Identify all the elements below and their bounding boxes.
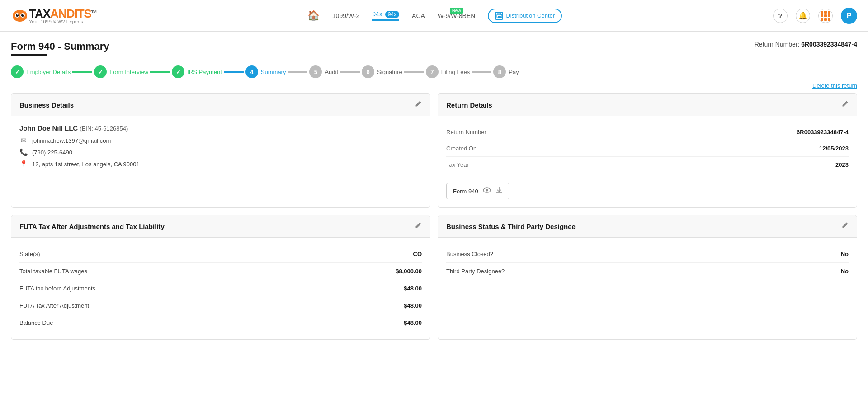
svg-point-3	[16, 14, 19, 17]
return-details-edit-icon[interactable]	[841, 100, 849, 109]
futa-title: FUTA Tax After Adjustments and Tax Liabi…	[19, 223, 165, 230]
step-summary[interactable]: 4 Summary	[245, 65, 286, 78]
return-number-row: Return Number 6R003392334847-4	[446, 124, 849, 140]
connector-7	[472, 71, 491, 73]
tax-year-label: Tax Year	[446, 161, 469, 168]
return-details-header: Return Details	[438, 94, 857, 116]
phone-icon: 📞	[19, 148, 28, 156]
nav-home[interactable]: 🏠	[307, 10, 320, 22]
return-details-title: Return Details	[446, 101, 492, 109]
tax-year-val: 2023	[835, 161, 849, 168]
business-status-header: Business Status & Third Party Designee	[438, 215, 857, 238]
futa-states-row: State(s) CO	[19, 246, 422, 263]
business-address: 12, apts 1st street, Los angels, CA 9000…	[32, 161, 140, 168]
email-icon: ✉	[19, 136, 28, 145]
nav-aca[interactable]: ACA	[412, 12, 425, 19]
header-actions: ? 🔔 P	[773, 8, 857, 24]
futa-before-row: FUTA tax before Adjustments $48.00	[19, 280, 422, 297]
futa-after-label: FUTA Tax After Adjustment	[19, 302, 89, 309]
top-cards-row: Business Details John Doe Nill LLC (EIN:…	[11, 93, 857, 208]
grid-button[interactable]	[818, 9, 833, 23]
help-button[interactable]: ?	[773, 9, 788, 23]
business-status-edit-icon[interactable]	[841, 222, 849, 231]
step-label-4: Summary	[261, 69, 286, 75]
created-on-row: Created On 12/05/2023	[446, 140, 849, 157]
return-details-body: Return Number 6R003392334847-4 Created O…	[438, 116, 857, 207]
tax-year-row: Tax Year 2023	[446, 157, 849, 173]
step-label-8: Pay	[509, 69, 519, 75]
step-irs-payment[interactable]: ✓ IRS Payment	[172, 65, 222, 78]
nav-area: 🏠 1099/W-2 94x 94x ACA New W-9/W-8BEN Di…	[307, 9, 562, 23]
distribution-center-button[interactable]: Distribution Center	[488, 9, 562, 23]
step-circle-8: 8	[493, 65, 506, 78]
business-status-body: Business Closed? No Third Party Designee…	[438, 238, 857, 288]
futa-wages-row: Total taxable FUTA wages $8,000.00	[19, 263, 422, 280]
grid-icon	[820, 10, 831, 22]
nav-1099-w2[interactable]: 1099/W-2	[332, 12, 359, 19]
step-audit[interactable]: 5 Audit	[309, 65, 338, 78]
connector-1	[72, 71, 92, 73]
business-details-title: Business Details	[19, 101, 74, 109]
new-badge: New	[450, 8, 463, 14]
step-circle-1: ✓	[11, 65, 24, 78]
nav-w9-wrap: New W-9/W-8BEN	[438, 12, 476, 19]
ein-value: (EIN: 45-6126854)	[80, 125, 128, 132]
download-icon[interactable]	[495, 187, 503, 196]
futa-card: FUTA Tax After Adjustments and Tax Liabi…	[11, 215, 430, 340]
connector-6	[404, 71, 424, 73]
business-phone: (790) 225-6490	[32, 149, 72, 156]
step-filing-fees[interactable]: 7 Filing Fees	[426, 65, 470, 78]
business-status-card: Business Status & Third Party Designee B…	[438, 215, 857, 340]
bottom-cards-row: FUTA Tax After Adjustments and Tax Liabi…	[11, 215, 857, 340]
page-title-underline	[11, 54, 47, 56]
business-details-edit-icon[interactable]	[415, 100, 422, 109]
svg-point-14	[486, 189, 488, 192]
page-title-wrap: Form 940 - Summary	[11, 41, 109, 56]
futa-after-row: FUTA Tax After Adjustment $48.00	[19, 297, 422, 314]
business-details-card: Business Details John Doe Nill LLC (EIN:…	[11, 93, 430, 208]
page-title: Form 940 - Summary	[11, 41, 109, 52]
return-number-header: Return Number: 6R003392334847-4	[755, 41, 857, 48]
balance-due-val: $48.00	[404, 319, 422, 326]
svg-point-6	[23, 14, 24, 15]
owl-icon	[12, 9, 28, 22]
business-status-title: Business Status & Third Party Designee	[446, 223, 576, 230]
distribution-center-label: Distribution Center	[506, 12, 555, 19]
step-form-interview[interactable]: ✓ Form Interview	[94, 65, 148, 78]
business-phone-row: 📞 (790) 225-6490	[19, 148, 422, 156]
notification-button[interactable]: 🔔	[796, 9, 810, 23]
svg-point-5	[17, 14, 18, 15]
nav-94x[interactable]: 94x 94x	[372, 10, 399, 21]
form-940-button-row: Form 940	[446, 178, 849, 199]
step-employer-details[interactable]: ✓ Employer Details	[11, 65, 71, 78]
third-party-label: Third Party Designee?	[446, 268, 505, 275]
balance-due-label: Balance Due	[19, 319, 53, 326]
return-details-card: Return Details Return Number 6R003392334…	[438, 93, 857, 208]
step-label-2: Form Interview	[109, 69, 148, 75]
delete-link-wrap: Delete this return	[11, 82, 857, 89]
page-header: Form 940 - Summary Return Number: 6R0033…	[11, 41, 857, 56]
third-party-val: No	[841, 268, 849, 275]
step-circle-2: ✓	[94, 65, 107, 78]
step-signature[interactable]: 6 Signature	[362, 65, 402, 78]
business-closed-row: Business Closed? No	[446, 246, 849, 263]
futa-edit-icon[interactable]	[415, 222, 422, 231]
return-number-label: Return Number	[446, 129, 486, 136]
step-pay[interactable]: 8 Pay	[493, 65, 519, 78]
svg-point-0	[13, 10, 27, 22]
page-content: Form 940 - Summary Return Number: 6R0033…	[0, 32, 868, 356]
svg-point-4	[21, 14, 24, 17]
user-avatar[interactable]: P	[841, 8, 857, 24]
step-label-1: Employer Details	[26, 69, 71, 75]
created-on-val: 12/05/2023	[819, 145, 849, 152]
eye-icon[interactable]	[483, 187, 491, 195]
delete-return-link[interactable]: Delete this return	[812, 82, 857, 89]
return-number-value: 6R003392334847-4	[801, 41, 857, 48]
printer-icon	[495, 12, 503, 20]
balance-due-row: Balance Due $48.00	[19, 314, 422, 331]
form-940-button[interactable]: Form 940	[446, 183, 509, 199]
step-circle-4: 4	[245, 65, 258, 78]
svg-rect-12	[498, 16, 501, 18]
business-details-header: Business Details	[11, 94, 430, 116]
header: TAXANDITSTM Your 1099 & W2 Experts 🏠 109…	[0, 0, 868, 32]
